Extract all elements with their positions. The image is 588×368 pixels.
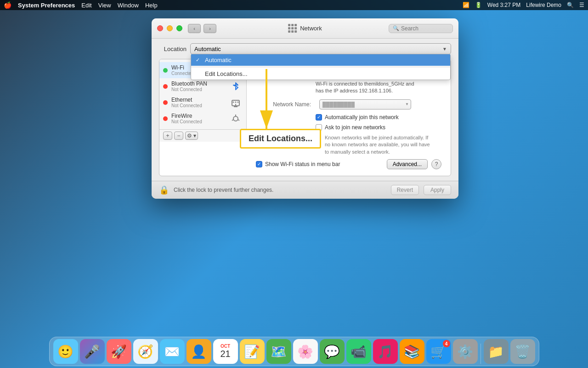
folder-icon: 📁 bbox=[488, 344, 504, 359]
books-icon: 📚 bbox=[404, 344, 420, 359]
footer: 🔒 Click the lock to prevent further chan… bbox=[152, 181, 458, 199]
dock-icon-itunes[interactable]: 🎵 bbox=[373, 339, 398, 364]
svg-point-4 bbox=[235, 101, 237, 103]
dock-background: 🙂 🎤 🚀 🧭 ✉️ 👤 OCT bbox=[49, 337, 539, 366]
network-list-actions: + − ⚙ ▾ bbox=[159, 129, 247, 142]
checkboxes-area: ✓ Automatically join this network Ask to… bbox=[316, 114, 441, 155]
dock-icon-notes[interactable]: 📝 bbox=[240, 339, 265, 364]
dock-icon-contacts[interactable]: 👤 bbox=[187, 339, 211, 364]
system-preferences-dock-icon: ⚙️ bbox=[457, 344, 473, 359]
network-name-bluetooth: Bluetooth PAN bbox=[171, 80, 225, 87]
notification-icon[interactable]: ☰ bbox=[579, 2, 584, 8]
network-name-row: Network Name: █████████ bbox=[256, 99, 441, 109]
desktop: 🍎 System Preferences Edit View Window He… bbox=[0, 0, 588, 368]
messages-icon: 💬 bbox=[324, 344, 340, 359]
calendar-month: OCT bbox=[220, 344, 230, 349]
minimize-button[interactable] bbox=[167, 25, 173, 31]
bottom-area: ✓ Show Wi-Fi status in menu bar Advanced… bbox=[256, 159, 441, 169]
siri-icon: 🎤 bbox=[84, 344, 100, 359]
show-wifi-checkbox[interactable]: ✓ bbox=[256, 161, 262, 167]
dropdown-label-edit-locations: Edit Locations... bbox=[205, 70, 248, 77]
dock-icon-mail[interactable]: ✉️ bbox=[160, 339, 185, 364]
search-box[interactable]: 🔍 bbox=[389, 24, 453, 33]
mail-icon: ✉️ bbox=[164, 344, 180, 359]
network-name-firewire: FireWire bbox=[171, 113, 225, 119]
callout-text: Edit Locations... bbox=[249, 134, 312, 143]
status-dot-ethernet bbox=[163, 100, 168, 105]
network-text-ethernet: Ethernet Not Connected bbox=[171, 97, 225, 108]
dropdown-item-automatic[interactable]: ✓ Automatic bbox=[191, 54, 450, 66]
menu-window[interactable]: Window bbox=[118, 2, 139, 9]
dock-icon-messages[interactable]: 💬 bbox=[320, 339, 345, 364]
location-selected-value: Automatic bbox=[194, 46, 221, 52]
apple-menu[interactable]: 🍎 bbox=[4, 1, 11, 9]
network-name-input[interactable]: █████████ bbox=[319, 99, 411, 109]
revert-button[interactable]: Revert bbox=[391, 185, 419, 195]
back-button[interactable]: ‹ bbox=[188, 24, 201, 33]
dock-icon-launchpad[interactable]: 🚀 bbox=[107, 339, 131, 364]
network-status-ethernet: Not Connected bbox=[171, 103, 225, 108]
help-button[interactable]: ? bbox=[431, 159, 441, 169]
maximize-button[interactable] bbox=[176, 25, 182, 31]
safari-icon: 🧭 bbox=[137, 344, 153, 359]
svg-point-3 bbox=[233, 101, 234, 103]
photos-icon: 🌸 bbox=[297, 344, 313, 359]
user-name: Lifewire Demo bbox=[526, 2, 561, 8]
dock-icon-books[interactable]: 📚 bbox=[400, 339, 424, 364]
network-item-firewire[interactable]: FireWire Not Connected bbox=[159, 110, 246, 126]
location-dropdown[interactable]: Automatic ▼ ✓ Automatic Edit Locations..… bbox=[190, 43, 451, 54]
network-name-placeholder: █████████ bbox=[322, 102, 355, 107]
auto-join-row: ✓ Automatically join this network bbox=[316, 114, 441, 121]
dropdown-arrow: ▼ bbox=[442, 46, 447, 52]
itunes-icon: 🎵 bbox=[377, 344, 393, 359]
dock-icon-maps[interactable]: 🗺️ bbox=[266, 339, 291, 364]
remove-network-button[interactable]: − bbox=[174, 132, 183, 140]
ethernet-icon bbox=[229, 98, 243, 108]
status-description-row: Wi-Fi is connected to themildons_5GHz an… bbox=[256, 80, 441, 95]
menu-help[interactable]: Help bbox=[145, 2, 158, 9]
forward-button[interactable]: › bbox=[204, 24, 216, 33]
auto-join-label: Automatically join this network bbox=[325, 114, 399, 121]
search-input[interactable] bbox=[401, 25, 449, 32]
network-settings-button[interactable]: ⚙ ▾ bbox=[185, 132, 198, 140]
dock-icon-appstore[interactable]: 🛒 4 bbox=[426, 339, 451, 364]
svg-line-9 bbox=[232, 120, 233, 121]
battery-icon: 🔋 bbox=[475, 2, 482, 8]
apply-button[interactable]: Apply bbox=[424, 185, 451, 195]
dock-icon-finder[interactable]: 🙂 bbox=[53, 339, 78, 364]
dock-icon-siri[interactable]: 🎤 bbox=[80, 339, 105, 364]
network-window: ‹ › Network 🔍 Location bbox=[152, 18, 458, 199]
search-icon[interactable]: 🔍 bbox=[567, 2, 574, 8]
bottom-buttons: Advanced... ? bbox=[387, 159, 441, 169]
advanced-button[interactable]: Advanced... bbox=[387, 159, 428, 169]
location-dropdown-menu: ✓ Automatic Edit Locations... bbox=[191, 54, 451, 80]
app-name[interactable]: System Preferences bbox=[18, 2, 75, 9]
add-network-button[interactable]: + bbox=[163, 132, 172, 140]
dock-icon-facetime[interactable]: 📹 bbox=[346, 339, 371, 364]
status-description: Wi-Fi is connected to themildons_5GHz an… bbox=[316, 80, 421, 95]
dock-icon-trash[interactable]: 🗑️ bbox=[510, 339, 535, 364]
clock: Wed 3:27 PM bbox=[487, 2, 520, 8]
appstore-badge: 4 bbox=[443, 340, 450, 347]
menu-view[interactable]: View bbox=[98, 2, 111, 9]
facetime-icon: 📹 bbox=[351, 344, 367, 359]
network-text-firewire: FireWire Not Connected bbox=[171, 113, 225, 124]
footer-text: Click the lock to prevent further change… bbox=[174, 187, 386, 193]
show-wifi-label: Show Wi-Fi status in menu bar bbox=[265, 161, 340, 167]
contacts-icon: 👤 bbox=[191, 344, 207, 359]
auto-join-checkbox[interactable]: ✓ bbox=[316, 114, 322, 121]
dock-icon-system-preferences[interactable]: ⚙️ bbox=[453, 339, 478, 364]
dock-icon-calendar[interactable]: OCT 21 bbox=[213, 339, 238, 364]
menu-edit[interactable]: Edit bbox=[81, 2, 91, 9]
dropdown-item-edit-locations[interactable]: Edit Locations... bbox=[191, 68, 450, 80]
network-item-bluetooth[interactable]: Bluetooth PAN Not Connected bbox=[159, 78, 246, 94]
show-wifi-row: ✓ Show Wi-Fi status in menu bar bbox=[256, 161, 387, 167]
dock-icon-safari[interactable]: 🧭 bbox=[133, 339, 158, 364]
network-item-ethernet[interactable]: Ethernet Not Connected bbox=[159, 94, 246, 110]
launchpad-icon: 🚀 bbox=[111, 344, 127, 359]
dock-icon-folder[interactable]: 📁 bbox=[484, 339, 509, 364]
dock-icon-photos[interactable]: 🌸 bbox=[293, 339, 318, 364]
close-button[interactable] bbox=[157, 25, 163, 31]
lock-icon[interactable]: 🔒 bbox=[159, 185, 169, 195]
firewire-icon bbox=[229, 114, 243, 124]
